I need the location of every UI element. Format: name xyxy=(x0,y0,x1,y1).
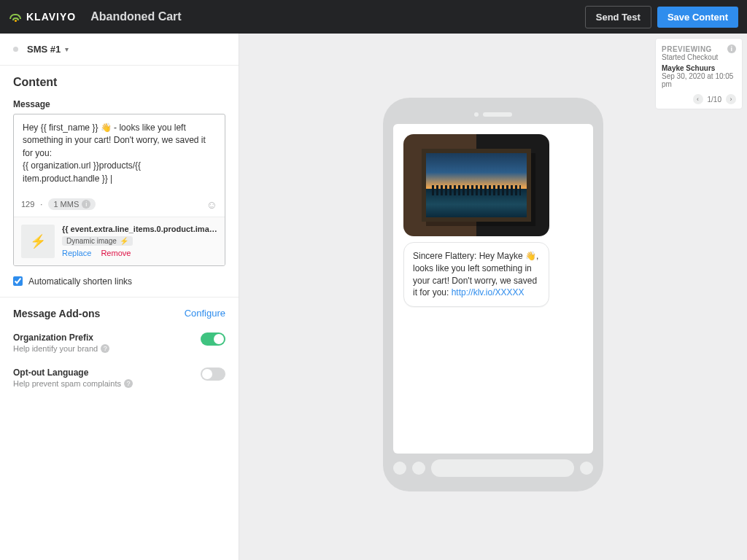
sms-bubble: Sincere Flattery: Hey Mayke 👋, looks lik… xyxy=(403,242,549,307)
configure-addons-link[interactable]: Configure xyxy=(185,308,225,319)
mms-count-badge: 1 MMS i xyxy=(48,198,96,210)
status-dot-icon xyxy=(13,47,18,52)
phone-home-bar-icon xyxy=(431,459,574,477)
emoji-picker-button[interactable]: ☺ xyxy=(206,198,217,211)
mms-image-preview xyxy=(403,134,549,236)
phone-nav-dot-icon xyxy=(393,462,406,475)
shorten-links-label: Automatically shorten links xyxy=(28,276,132,287)
addon-label: Opt-out Language xyxy=(13,368,133,378)
lightning-badge-icon: ⚡ xyxy=(120,237,128,245)
attachment-row: ⚡ {{ event.extra.line_items.0.product.im… xyxy=(14,217,225,265)
addon-optout: Opt-out Language Help prevent spam compl… xyxy=(0,362,239,397)
message-textarea[interactable]: Hey {{ first_name }} 👋 - looks like you … xyxy=(14,114,225,192)
send-test-button[interactable]: Send Test xyxy=(585,6,651,28)
phone-screen: Sincere Flattery: Hey Mayke 👋, looks lik… xyxy=(393,124,593,454)
phone-camera-icon xyxy=(474,112,479,117)
page-title: Abandoned Cart xyxy=(90,10,181,23)
sms-name: SMS #1 xyxy=(27,44,61,55)
preview-counter: 1/10 xyxy=(708,96,721,104)
preview-timestamp: Sep 30, 2020 at 10:05 pm xyxy=(662,72,736,88)
brand-name: KLAVIYO xyxy=(26,11,76,23)
lightning-icon: ⚡ xyxy=(30,233,46,249)
preview-next-button[interactable]: › xyxy=(726,94,736,104)
addon-help: Help prevent spam complaints ? xyxy=(13,379,133,388)
addons-heading: Message Add-ons xyxy=(13,308,100,319)
optout-toggle[interactable] xyxy=(201,368,225,381)
addon-org-prefix: Organization Prefix Help identify your b… xyxy=(0,327,239,362)
attachment-thumb: ⚡ xyxy=(21,225,55,258)
brand-logo: KLAVIYO xyxy=(9,11,76,23)
attachment-path: {{ event.extra.line_items.0.product.imag… xyxy=(62,225,217,233)
addon-label: Organization Prefix xyxy=(13,332,109,343)
info-icon[interactable]: i xyxy=(727,44,736,53)
chevron-down-icon: ▾ xyxy=(65,45,69,53)
addon-help: Help identify your brand ? xyxy=(13,344,109,353)
dot-separator: · xyxy=(40,200,42,209)
content-heading: Content xyxy=(13,76,225,89)
left-sidebar: SMS #1 ▾ Content Message Hey {{ first_na… xyxy=(0,34,239,560)
preview-profile-name: Mayke Schuurs xyxy=(662,64,736,72)
shorten-links-row[interactable]: Automatically shorten links xyxy=(0,266,239,298)
remove-attachment-link[interactable]: Remove xyxy=(101,249,131,257)
info-icon[interactable]: ? xyxy=(124,379,133,388)
phone-speaker-icon xyxy=(483,112,512,117)
sms-selector[interactable]: SMS #1 ▾ xyxy=(0,34,239,66)
preview-prev-button[interactable]: ‹ xyxy=(693,94,703,104)
phone-nav-dot-icon xyxy=(412,462,425,475)
preview-heading: PREVIEWING xyxy=(662,45,712,53)
logo-icon xyxy=(9,12,22,22)
message-editor: Hey {{ first_name }} 👋 - looks like you … xyxy=(13,114,225,266)
top-bar: KLAVIYO Abandoned Cart Send Test Save Co… xyxy=(0,0,747,34)
sms-bubble-link[interactable]: http://klv.io/XXXXX xyxy=(452,287,525,298)
org-prefix-toggle[interactable] xyxy=(201,332,225,346)
save-content-button[interactable]: Save Content xyxy=(657,7,738,28)
preview-canvas: Sincere Flattery: Hey Mayke 👋, looks lik… xyxy=(239,34,747,560)
message-label: Message xyxy=(13,99,225,109)
phone-mockup: Sincere Flattery: Hey Mayke 👋, looks lik… xyxy=(383,98,603,491)
phone-nav-dot-icon xyxy=(580,462,593,475)
preview-event: Started Checkout xyxy=(662,53,736,61)
attachment-tag: Dynamic image ⚡ xyxy=(62,236,133,246)
shorten-links-checkbox[interactable] xyxy=(13,276,23,286)
preview-panel: PREVIEWING i Started Checkout Mayke Schu… xyxy=(655,38,743,109)
info-icon[interactable]: i xyxy=(82,200,90,209)
replace-attachment-link[interactable]: Replace xyxy=(62,249,91,257)
char-count: 129 xyxy=(21,200,34,209)
info-icon[interactable]: ? xyxy=(101,344,109,353)
